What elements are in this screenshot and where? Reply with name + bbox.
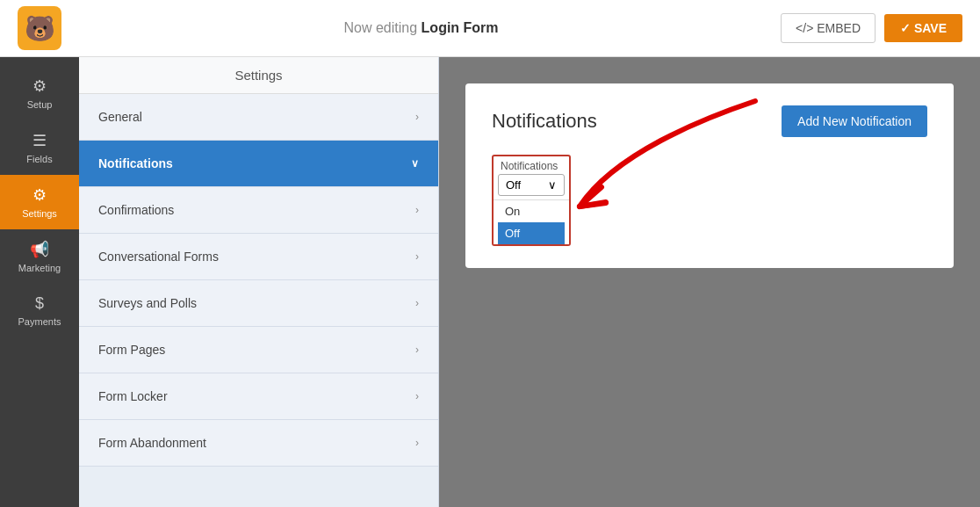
settings-menu-surveys[interactable]: Surveys and Polls › bbox=[79, 280, 438, 327]
menu-form-pages-label: Form Pages bbox=[98, 343, 165, 357]
chevron-right-icon-3: › bbox=[415, 250, 419, 263]
sidebar-item-fields-label: Fields bbox=[26, 154, 52, 164]
chevron-right-icon-4: › bbox=[415, 297, 419, 309]
sidebar-item-payments[interactable]: $ Payments bbox=[0, 284, 79, 337]
main-layout: ⚙ Setup ☰ Fields ⚙ Settings 📢 Marketing … bbox=[0, 57, 980, 507]
sidebar-item-setup[interactable]: ⚙ Setup bbox=[0, 66, 79, 120]
sidebar-item-settings[interactable]: ⚙ Settings bbox=[0, 175, 79, 229]
menu-surveys-label: Surveys and Polls bbox=[98, 296, 197, 310]
chevron-down-icon: ∨ bbox=[411, 157, 419, 170]
editing-title: Now editing Login Form bbox=[344, 20, 499, 36]
settings-menu-form-pages[interactable]: Form Pages › bbox=[79, 327, 438, 373]
setup-icon: ⚙ bbox=[32, 76, 47, 96]
sidebar-item-payments-label: Payments bbox=[18, 316, 61, 327]
settings-menu-form-locker[interactable]: Form Locker › bbox=[79, 373, 438, 420]
dropdown-trigger[interactable]: Off ∨ bbox=[498, 174, 565, 196]
save-button[interactable]: ✓ SAVE bbox=[884, 14, 962, 42]
dropdown-chevron: ∨ bbox=[548, 178, 557, 192]
top-bar: 🐻 Now editing Login Form </> EMBED ✓ SAV… bbox=[0, 0, 980, 57]
notifications-dropdown[interactable]: Notifications Off ∨ On Off bbox=[492, 155, 571, 246]
settings-menu-general[interactable]: General › bbox=[79, 94, 438, 141]
chevron-right-icon-5: › bbox=[415, 344, 419, 356]
dropdown-current-value: Off bbox=[506, 178, 521, 192]
settings-menu-notifications[interactable]: Notifications ∨ bbox=[79, 141, 438, 187]
embed-button[interactable]: </> EMBED bbox=[781, 13, 876, 43]
sidebar-item-fields[interactable]: ☰ Fields bbox=[0, 120, 79, 175]
sidebar-item-setup-label: Setup bbox=[27, 99, 53, 110]
menu-conversational-label: Conversational Forms bbox=[98, 250, 219, 264]
settings-menu-form-abandonment[interactable]: Form Abandonment › bbox=[79, 420, 438, 467]
sidebar-item-marketing[interactable]: 📢 Marketing bbox=[0, 229, 79, 284]
menu-form-abandonment-label: Form Abandonment bbox=[98, 436, 206, 450]
settings-sidebar: Settings General › Notifications ∨ Confi… bbox=[79, 57, 439, 507]
dropdown-option-off[interactable]: Off bbox=[498, 222, 565, 244]
main-content: Notifications Add New Notification Notif… bbox=[439, 57, 980, 507]
settings-icon: ⚙ bbox=[32, 185, 47, 205]
settings-menu-conversational[interactable]: Conversational Forms › bbox=[79, 234, 438, 280]
notifications-panel-header: Notifications Add New Notification bbox=[492, 105, 927, 137]
add-notification-button[interactable]: Add New Notification bbox=[782, 105, 927, 137]
sidebar-nav: ⚙ Setup ☰ Fields ⚙ Settings 📢 Marketing … bbox=[0, 57, 79, 507]
settings-menu-confirmations[interactable]: Confirmations › bbox=[79, 187, 438, 234]
top-actions: </> EMBED ✓ SAVE bbox=[781, 13, 962, 43]
menu-confirmations-label: Confirmations bbox=[98, 203, 174, 217]
sidebar-item-settings-label: Settings bbox=[22, 208, 57, 219]
notifications-panel-title: Notifications bbox=[492, 110, 597, 133]
settings-header: Settings bbox=[79, 57, 438, 94]
menu-form-locker-label: Form Locker bbox=[98, 389, 168, 403]
chevron-right-icon-7: › bbox=[415, 437, 419, 449]
chevron-right-icon: › bbox=[415, 111, 419, 123]
marketing-icon: 📢 bbox=[30, 240, 49, 259]
chevron-right-icon-2: › bbox=[415, 204, 419, 216]
sidebar-item-marketing-label: Marketing bbox=[18, 263, 61, 273]
logo-icon: 🐻 bbox=[18, 6, 61, 50]
dropdown-label: Notifications bbox=[494, 156, 569, 174]
dropdown-option-on[interactable]: On bbox=[498, 200, 565, 222]
editing-prefix: Now editing bbox=[344, 20, 418, 35]
payments-icon: $ bbox=[35, 294, 44, 313]
fields-icon: ☰ bbox=[32, 131, 47, 150]
menu-general-label: General bbox=[98, 110, 142, 124]
menu-notifications-label: Notifications bbox=[98, 156, 173, 170]
form-name: Login Form bbox=[422, 20, 499, 35]
notifications-panel: Notifications Add New Notification Notif… bbox=[465, 83, 954, 268]
logo-area: 🐻 bbox=[18, 6, 61, 50]
dropdown-options: On Off bbox=[494, 199, 569, 244]
chevron-right-icon-6: › bbox=[415, 390, 419, 402]
